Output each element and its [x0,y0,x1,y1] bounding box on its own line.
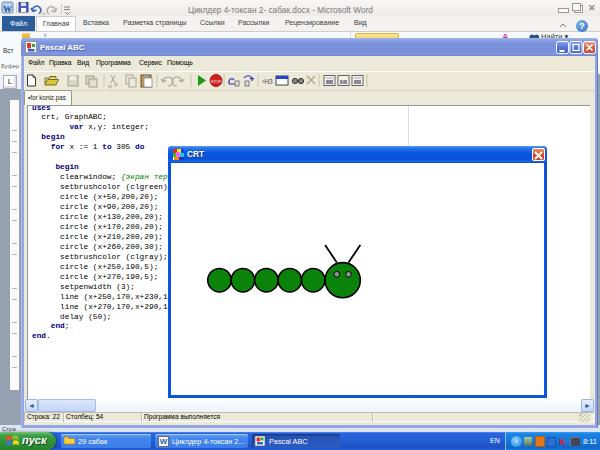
svg-text:W: W [3,4,12,14]
svg-text:›НЗ: ›НЗ [262,78,273,85]
svg-text:STOP: STOP [211,79,222,84]
svg-text:!: ! [342,79,343,85]
